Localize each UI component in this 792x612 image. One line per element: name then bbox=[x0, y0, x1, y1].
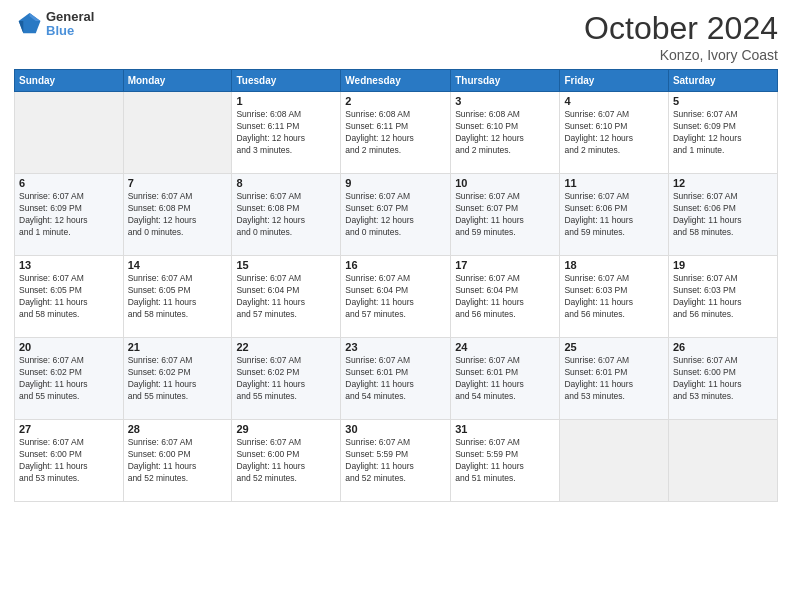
cell-info: Sunrise: 6:07 AMSunset: 6:09 PMDaylight:… bbox=[19, 191, 119, 239]
cell-info: Sunrise: 6:07 AMSunset: 6:10 PMDaylight:… bbox=[564, 109, 663, 157]
week-row-2: 13Sunrise: 6:07 AMSunset: 6:05 PMDayligh… bbox=[15, 256, 778, 338]
calendar-cell: 11Sunrise: 6:07 AMSunset: 6:06 PMDayligh… bbox=[560, 174, 668, 256]
day-number: 8 bbox=[236, 177, 336, 189]
cell-info: Sunrise: 6:07 AMSunset: 6:07 PMDaylight:… bbox=[345, 191, 446, 239]
calendar-cell: 30Sunrise: 6:07 AMSunset: 5:59 PMDayligh… bbox=[341, 420, 451, 502]
header-row: SundayMondayTuesdayWednesdayThursdayFrid… bbox=[15, 70, 778, 92]
cell-info: Sunrise: 6:07 AMSunset: 6:04 PMDaylight:… bbox=[345, 273, 446, 321]
day-number: 30 bbox=[345, 423, 446, 435]
cell-info: Sunrise: 6:08 AMSunset: 6:11 PMDaylight:… bbox=[345, 109, 446, 157]
day-number: 16 bbox=[345, 259, 446, 271]
day-number: 28 bbox=[128, 423, 228, 435]
day-number: 10 bbox=[455, 177, 555, 189]
cell-info: Sunrise: 6:08 AMSunset: 6:11 PMDaylight:… bbox=[236, 109, 336, 157]
week-row-3: 20Sunrise: 6:07 AMSunset: 6:02 PMDayligh… bbox=[15, 338, 778, 420]
calendar-cell: 2Sunrise: 6:08 AMSunset: 6:11 PMDaylight… bbox=[341, 92, 451, 174]
day-number: 15 bbox=[236, 259, 336, 271]
cell-info: Sunrise: 6:07 AMSunset: 6:06 PMDaylight:… bbox=[673, 191, 773, 239]
cell-info: Sunrise: 6:07 AMSunset: 6:08 PMDaylight:… bbox=[128, 191, 228, 239]
header-day-sunday: Sunday bbox=[15, 70, 124, 92]
day-number: 20 bbox=[19, 341, 119, 353]
calendar-body: 1Sunrise: 6:08 AMSunset: 6:11 PMDaylight… bbox=[15, 92, 778, 502]
cell-info: Sunrise: 6:07 AMSunset: 6:04 PMDaylight:… bbox=[455, 273, 555, 321]
cell-info: Sunrise: 6:07 AMSunset: 6:02 PMDaylight:… bbox=[128, 355, 228, 403]
calendar-cell: 9Sunrise: 6:07 AMSunset: 6:07 PMDaylight… bbox=[341, 174, 451, 256]
day-number: 17 bbox=[455, 259, 555, 271]
calendar-cell: 13Sunrise: 6:07 AMSunset: 6:05 PMDayligh… bbox=[15, 256, 124, 338]
calendar-cell: 17Sunrise: 6:07 AMSunset: 6:04 PMDayligh… bbox=[451, 256, 560, 338]
cell-info: Sunrise: 6:07 AMSunset: 6:07 PMDaylight:… bbox=[455, 191, 555, 239]
day-number: 13 bbox=[19, 259, 119, 271]
cell-info: Sunrise: 6:07 AMSunset: 6:03 PMDaylight:… bbox=[564, 273, 663, 321]
header-day-wednesday: Wednesday bbox=[341, 70, 451, 92]
logo: General Blue bbox=[14, 10, 94, 39]
cell-info: Sunrise: 6:07 AMSunset: 6:02 PMDaylight:… bbox=[236, 355, 336, 403]
calendar-cell: 21Sunrise: 6:07 AMSunset: 6:02 PMDayligh… bbox=[123, 338, 232, 420]
calendar-cell: 31Sunrise: 6:07 AMSunset: 5:59 PMDayligh… bbox=[451, 420, 560, 502]
day-number: 24 bbox=[455, 341, 555, 353]
page: General Blue October 2024 Konzo, Ivory C… bbox=[0, 0, 792, 612]
cell-info: Sunrise: 6:07 AMSunset: 6:01 PMDaylight:… bbox=[345, 355, 446, 403]
cell-info: Sunrise: 6:07 AMSunset: 6:09 PMDaylight:… bbox=[673, 109, 773, 157]
week-row-4: 27Sunrise: 6:07 AMSunset: 6:00 PMDayligh… bbox=[15, 420, 778, 502]
calendar-cell: 28Sunrise: 6:07 AMSunset: 6:00 PMDayligh… bbox=[123, 420, 232, 502]
header-day-tuesday: Tuesday bbox=[232, 70, 341, 92]
logo-icon bbox=[14, 10, 42, 38]
calendar-cell: 20Sunrise: 6:07 AMSunset: 6:02 PMDayligh… bbox=[15, 338, 124, 420]
header: General Blue October 2024 Konzo, Ivory C… bbox=[14, 10, 778, 63]
cell-info: Sunrise: 6:07 AMSunset: 6:04 PMDaylight:… bbox=[236, 273, 336, 321]
calendar-cell: 6Sunrise: 6:07 AMSunset: 6:09 PMDaylight… bbox=[15, 174, 124, 256]
week-row-1: 6Sunrise: 6:07 AMSunset: 6:09 PMDaylight… bbox=[15, 174, 778, 256]
day-number: 4 bbox=[564, 95, 663, 107]
cell-info: Sunrise: 6:07 AMSunset: 6:00 PMDaylight:… bbox=[673, 355, 773, 403]
calendar-cell: 10Sunrise: 6:07 AMSunset: 6:07 PMDayligh… bbox=[451, 174, 560, 256]
day-number: 31 bbox=[455, 423, 555, 435]
calendar-cell: 26Sunrise: 6:07 AMSunset: 6:00 PMDayligh… bbox=[668, 338, 777, 420]
calendar-cell: 7Sunrise: 6:07 AMSunset: 6:08 PMDaylight… bbox=[123, 174, 232, 256]
header-day-monday: Monday bbox=[123, 70, 232, 92]
day-number: 21 bbox=[128, 341, 228, 353]
day-number: 7 bbox=[128, 177, 228, 189]
cell-info: Sunrise: 6:07 AMSunset: 6:03 PMDaylight:… bbox=[673, 273, 773, 321]
cell-info: Sunrise: 6:07 AMSunset: 6:00 PMDaylight:… bbox=[19, 437, 119, 485]
day-number: 19 bbox=[673, 259, 773, 271]
day-number: 22 bbox=[236, 341, 336, 353]
calendar-cell: 5Sunrise: 6:07 AMSunset: 6:09 PMDaylight… bbox=[668, 92, 777, 174]
day-number: 1 bbox=[236, 95, 336, 107]
day-number: 5 bbox=[673, 95, 773, 107]
calendar-cell: 23Sunrise: 6:07 AMSunset: 6:01 PMDayligh… bbox=[341, 338, 451, 420]
header-day-friday: Friday bbox=[560, 70, 668, 92]
calendar-cell: 29Sunrise: 6:07 AMSunset: 6:00 PMDayligh… bbox=[232, 420, 341, 502]
day-number: 18 bbox=[564, 259, 663, 271]
cell-info: Sunrise: 6:07 AMSunset: 6:05 PMDaylight:… bbox=[128, 273, 228, 321]
calendar-cell: 1Sunrise: 6:08 AMSunset: 6:11 PMDaylight… bbox=[232, 92, 341, 174]
calendar-cell: 8Sunrise: 6:07 AMSunset: 6:08 PMDaylight… bbox=[232, 174, 341, 256]
day-number: 14 bbox=[128, 259, 228, 271]
calendar-cell: 14Sunrise: 6:07 AMSunset: 6:05 PMDayligh… bbox=[123, 256, 232, 338]
day-number: 26 bbox=[673, 341, 773, 353]
cell-info: Sunrise: 6:07 AMSunset: 6:02 PMDaylight:… bbox=[19, 355, 119, 403]
calendar-cell: 18Sunrise: 6:07 AMSunset: 6:03 PMDayligh… bbox=[560, 256, 668, 338]
month-title: October 2024 bbox=[584, 10, 778, 47]
day-number: 23 bbox=[345, 341, 446, 353]
calendar-cell: 22Sunrise: 6:07 AMSunset: 6:02 PMDayligh… bbox=[232, 338, 341, 420]
calendar-cell: 24Sunrise: 6:07 AMSunset: 6:01 PMDayligh… bbox=[451, 338, 560, 420]
day-number: 11 bbox=[564, 177, 663, 189]
cell-info: Sunrise: 6:07 AMSunset: 6:00 PMDaylight:… bbox=[236, 437, 336, 485]
header-day-saturday: Saturday bbox=[668, 70, 777, 92]
cell-info: Sunrise: 6:07 AMSunset: 6:00 PMDaylight:… bbox=[128, 437, 228, 485]
calendar-cell: 16Sunrise: 6:07 AMSunset: 6:04 PMDayligh… bbox=[341, 256, 451, 338]
calendar-cell: 25Sunrise: 6:07 AMSunset: 6:01 PMDayligh… bbox=[560, 338, 668, 420]
title-block: October 2024 Konzo, Ivory Coast bbox=[584, 10, 778, 63]
calendar-header: SundayMondayTuesdayWednesdayThursdayFrid… bbox=[15, 70, 778, 92]
calendar-cell bbox=[560, 420, 668, 502]
cell-info: Sunrise: 6:07 AMSunset: 6:05 PMDaylight:… bbox=[19, 273, 119, 321]
calendar-cell: 4Sunrise: 6:07 AMSunset: 6:10 PMDaylight… bbox=[560, 92, 668, 174]
week-row-0: 1Sunrise: 6:08 AMSunset: 6:11 PMDaylight… bbox=[15, 92, 778, 174]
logo-line1: General bbox=[46, 10, 94, 24]
day-number: 6 bbox=[19, 177, 119, 189]
calendar-cell: 15Sunrise: 6:07 AMSunset: 6:04 PMDayligh… bbox=[232, 256, 341, 338]
day-number: 3 bbox=[455, 95, 555, 107]
day-number: 25 bbox=[564, 341, 663, 353]
cell-info: Sunrise: 6:07 AMSunset: 6:06 PMDaylight:… bbox=[564, 191, 663, 239]
